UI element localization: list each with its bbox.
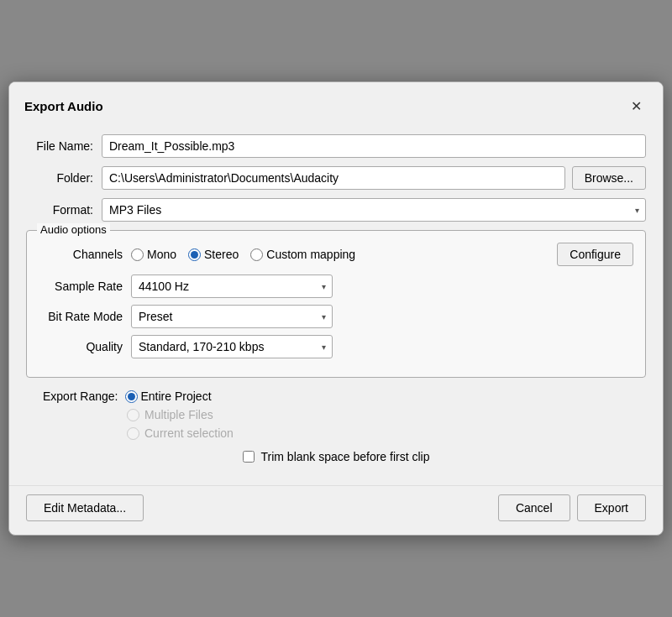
stereo-radio-item[interactable]: Stereo — [188, 248, 239, 261]
folder-input[interactable] — [102, 166, 565, 190]
configure-button[interactable]: Configure — [557, 243, 633, 266]
trim-checkbox[interactable] — [243, 451, 255, 463]
entire-project-radio[interactable] — [125, 390, 138, 403]
mono-radio[interactable] — [131, 248, 144, 261]
stereo-radio[interactable] — [188, 248, 201, 261]
export-button[interactable]: Export — [577, 494, 646, 521]
multiple-files-radio — [127, 409, 139, 421]
format-select-wrapper: MP3 Files WAV Files OGG Vorbis FLAC File… — [102, 198, 646, 222]
file-name-input[interactable] — [102, 134, 646, 158]
current-selection-radio — [127, 427, 139, 440]
bit-rate-mode-select-wrapper: Preset Variable Average Constant ▾ — [131, 305, 333, 328]
custom-mapping-radio-item[interactable]: Custom mapping — [250, 248, 355, 261]
footer-left: Edit Metadata... — [26, 494, 144, 521]
bit-rate-mode-row: Bit Rate Mode Preset Variable Average Co… — [39, 305, 633, 328]
bit-rate-mode-label: Bit Rate Mode — [39, 310, 131, 323]
mono-radio-item[interactable]: Mono — [131, 248, 176, 261]
folder-row: Folder: Browse... — [26, 166, 646, 190]
format-row: Format: MP3 Files WAV Files OGG Vorbis F… — [26, 198, 646, 222]
file-name-row: File Name: — [26, 134, 646, 158]
format-label: Format: — [26, 203, 102, 217]
browse-button[interactable]: Browse... — [572, 166, 646, 190]
quality-select-wrapper: Standard, 170-210 kbps Insane, 320 kbps … — [131, 335, 333, 358]
title-bar: Export Audio ✕ — [9, 82, 663, 126]
entire-project-label[interactable]: Entire Project — [141, 390, 212, 403]
cancel-button[interactable]: Cancel — [498, 494, 570, 521]
multiple-files-label: Multiple Files — [144, 408, 213, 421]
footer-right: Cancel Export — [498, 494, 646, 521]
audio-options-legend: Audio options — [37, 223, 110, 236]
channels-radio-group: Mono Stereo Custom mapping Configure — [131, 243, 633, 266]
current-selection-radio-item: Current selection — [127, 426, 629, 440]
quality-label: Quality — [39, 340, 131, 353]
trim-row: Trim blank space before first clip — [26, 450, 646, 463]
custom-mapping-label[interactable]: Custom mapping — [266, 248, 355, 261]
dialog-title: Export Audio — [24, 99, 103, 113]
dialog-body: File Name: Folder: Browse... Format: MP3… — [9, 126, 663, 480]
dialog-footer: Edit Metadata... Cancel Export — [9, 485, 663, 535]
export-range-options: Multiple Files Current selection — [43, 408, 629, 440]
export-range-title-row: Export Range: Entire Project — [43, 390, 629, 403]
current-selection-label: Current selection — [144, 426, 234, 440]
file-name-label: File Name: — [26, 139, 102, 153]
mono-label[interactable]: Mono — [147, 248, 176, 261]
custom-mapping-radio[interactable] — [250, 248, 263, 261]
channels-row: Channels Mono Stereo Custom mapping Conf — [39, 243, 633, 266]
folder-label: Folder: — [26, 171, 102, 185]
stereo-label[interactable]: Stereo — [204, 248, 239, 261]
sample-rate-select[interactable]: 8000 Hz 11025 Hz 22050 Hz 44100 Hz 48000… — [131, 275, 333, 298]
bit-rate-mode-select[interactable]: Preset Variable Average Constant — [131, 305, 333, 328]
sample-rate-select-wrapper: 8000 Hz 11025 Hz 22050 Hz 44100 Hz 48000… — [131, 275, 333, 298]
quality-select[interactable]: Standard, 170-210 kbps Insane, 320 kbps … — [131, 335, 333, 358]
close-button[interactable]: ✕ — [624, 94, 648, 118]
quality-row: Quality Standard, 170-210 kbps Insane, 3… — [39, 335, 633, 358]
sample-rate-row: Sample Rate 8000 Hz 11025 Hz 22050 Hz 44… — [39, 275, 633, 298]
export-audio-dialog: Export Audio ✕ File Name: Folder: Browse… — [8, 81, 664, 536]
trim-label[interactable]: Trim blank space before first clip — [261, 450, 430, 463]
entire-project-inline[interactable]: Entire Project — [125, 390, 212, 403]
edit-metadata-button[interactable]: Edit Metadata... — [26, 494, 144, 521]
export-range-label: Export Range: — [43, 390, 118, 403]
format-select[interactable]: MP3 Files WAV Files OGG Vorbis FLAC File… — [102, 198, 646, 222]
multiple-files-radio-item: Multiple Files — [127, 408, 629, 421]
channels-label: Channels — [39, 248, 131, 261]
export-range-section: Export Range: Entire Project Multiple Fi… — [26, 390, 646, 440]
sample-rate-label: Sample Rate — [39, 280, 131, 293]
audio-options-group: Audio options Channels Mono Stereo Cus — [26, 230, 646, 378]
